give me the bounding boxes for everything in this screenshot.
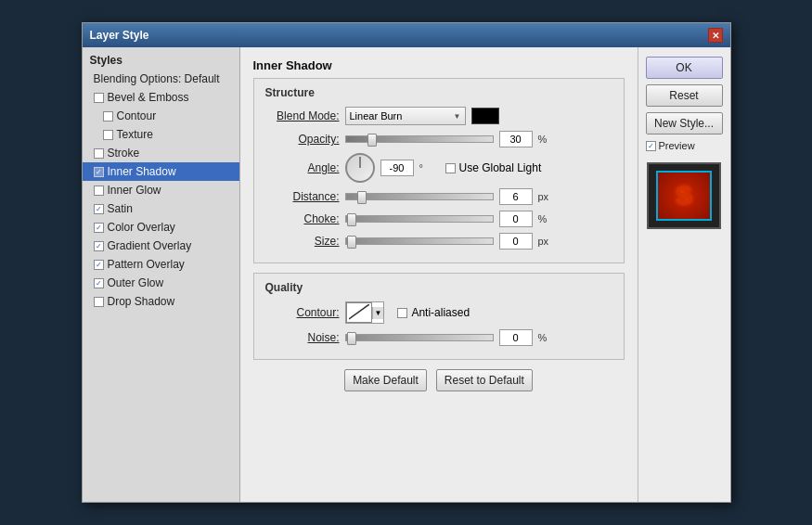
gradient-overlay-checkbox[interactable]: ✓ bbox=[94, 241, 104, 251]
texture-checkbox[interactable] bbox=[103, 130, 113, 140]
angle-dial[interactable] bbox=[345, 153, 375, 183]
size-row: Size: px bbox=[265, 233, 612, 250]
preview-checkbox[interactable]: ✓ bbox=[646, 141, 656, 151]
angle-label: Angle: bbox=[265, 161, 340, 174]
choke-slider[interactable] bbox=[345, 215, 494, 223]
contour-arrow-icon[interactable]: ▼ bbox=[372, 307, 384, 319]
choke-row: Choke: % bbox=[265, 211, 612, 227]
noise-input[interactable] bbox=[499, 329, 533, 346]
sidebar: Styles Blending Options: Default Bevel &… bbox=[83, 47, 240, 502]
blend-mode-label: Blend Mode: bbox=[265, 109, 340, 122]
size-input[interactable] bbox=[499, 233, 533, 250]
section-title: Inner Shadow bbox=[253, 58, 625, 72]
sidebar-item-inner-shadow[interactable]: ✓ Inner Shadow bbox=[83, 162, 239, 181]
anti-alias-checkbox[interactable] bbox=[397, 308, 407, 318]
choke-slider-thumb[interactable] bbox=[347, 213, 356, 226]
sidebar-item-satin[interactable]: ✓ Satin bbox=[83, 199, 239, 218]
ok-button[interactable]: OK bbox=[646, 57, 723, 79]
layer-style-dialog: Layer Style ✕ Styles Blending Options: D… bbox=[82, 22, 731, 503]
opacity-slider-thumb[interactable] bbox=[367, 134, 377, 147]
blend-mode-row: Blend Mode: Linear Burn ▼ bbox=[265, 107, 612, 125]
dialog-title: Layer Style bbox=[90, 29, 149, 42]
sidebar-styles-header[interactable]: Styles bbox=[83, 51, 239, 70]
sidebar-item-gradient-overlay[interactable]: ✓ Gradient Overlay bbox=[83, 237, 239, 255]
use-global-light-label: Use Global Light bbox=[459, 161, 542, 174]
bevel-emboss-checkbox[interactable] bbox=[94, 93, 104, 103]
sidebar-item-contour[interactable]: Contour bbox=[83, 107, 239, 125]
angle-row: Angle: ° Use Global Light bbox=[265, 153, 612, 183]
shadow-color-swatch[interactable] bbox=[471, 108, 499, 124]
drop-shadow-checkbox[interactable] bbox=[94, 297, 104, 307]
choke-label: Choke: bbox=[265, 212, 340, 225]
noise-slider-thumb[interactable] bbox=[347, 332, 356, 345]
noise-unit: % bbox=[538, 332, 553, 343]
contour-checkbox[interactable] bbox=[103, 111, 113, 122]
distance-label: Distance: bbox=[265, 190, 340, 203]
dialog-body: Styles Blending Options: Default Bevel &… bbox=[83, 47, 730, 502]
blend-mode-select[interactable]: Linear Burn ▼ bbox=[345, 107, 466, 125]
quality-header: Quality bbox=[265, 281, 612, 294]
stroke-checkbox[interactable] bbox=[94, 148, 104, 159]
sidebar-item-stroke[interactable]: Stroke bbox=[83, 144, 239, 162]
sidebar-item-blending-options[interactable]: Blending Options: Default bbox=[83, 70, 239, 88]
distance-slider-thumb[interactable] bbox=[357, 191, 367, 204]
quality-panel: Quality Contour: ▼ Anti-alia bbox=[253, 273, 625, 360]
title-bar: Layer Style ✕ bbox=[83, 23, 730, 47]
use-global-light-checkbox[interactable] bbox=[445, 163, 456, 173]
distance-row: Distance: px bbox=[265, 188, 612, 205]
preview-box: S bbox=[647, 162, 721, 229]
outer-glow-checkbox[interactable]: ✓ bbox=[94, 278, 104, 288]
global-light-row: Use Global Light bbox=[445, 161, 542, 174]
anti-alias-label: Anti-aliased bbox=[411, 306, 470, 319]
distance-unit: px bbox=[538, 191, 553, 202]
size-slider[interactable] bbox=[345, 237, 494, 245]
sidebar-item-bevel-emboss[interactable]: Bevel & Emboss bbox=[83, 88, 239, 107]
choke-input[interactable] bbox=[499, 211, 533, 227]
sidebar-item-inner-glow[interactable]: Inner Glow bbox=[83, 181, 239, 199]
preview-label-text: Preview bbox=[659, 140, 695, 151]
choke-unit: % bbox=[538, 213, 553, 224]
right-panel: OK Reset New Style... ✓ Preview S bbox=[638, 47, 730, 502]
size-label: Size: bbox=[265, 235, 340, 248]
preview-image: S bbox=[656, 171, 712, 221]
noise-row: Noise: % bbox=[265, 329, 612, 346]
noise-label: Noise: bbox=[265, 331, 340, 344]
structure-panel: Structure Blend Mode: Linear Burn ▼ Opac… bbox=[253, 78, 625, 263]
contour-thumbnail bbox=[346, 302, 372, 323]
bottom-buttons: Make Default Reset to Default bbox=[253, 369, 625, 391]
reset-to-default-button[interactable]: Reset to Default bbox=[436, 369, 533, 391]
contour-curve-icon bbox=[349, 304, 369, 321]
inner-shadow-checkbox[interactable]: ✓ bbox=[94, 167, 104, 177]
make-default-button[interactable]: Make Default bbox=[344, 369, 427, 391]
opacity-slider[interactable] bbox=[345, 135, 494, 143]
size-slider-thumb[interactable] bbox=[347, 236, 356, 249]
anti-alias-row: Anti-aliased bbox=[397, 306, 470, 319]
sidebar-item-drop-shadow[interactable]: Drop Shadow bbox=[83, 292, 239, 311]
distance-slider[interactable] bbox=[345, 193, 494, 200]
satin-checkbox[interactable]: ✓ bbox=[94, 204, 104, 214]
opacity-row: Opacity: % bbox=[265, 131, 612, 147]
close-button[interactable]: ✕ bbox=[708, 28, 723, 43]
sidebar-item-outer-glow[interactable]: ✓ Outer Glow bbox=[83, 274, 239, 292]
structure-header: Structure bbox=[265, 86, 612, 99]
noise-slider[interactable] bbox=[345, 334, 494, 341]
preview-row: ✓ Preview bbox=[646, 140, 723, 151]
new-style-button[interactable]: New Style... bbox=[646, 112, 723, 134]
angle-input[interactable] bbox=[380, 160, 414, 176]
pattern-overlay-checkbox[interactable]: ✓ bbox=[94, 260, 104, 270]
color-overlay-checkbox[interactable]: ✓ bbox=[94, 223, 104, 233]
reset-button[interactable]: Reset bbox=[646, 84, 723, 107]
contour-row: Contour: ▼ Anti-aliased bbox=[265, 301, 612, 324]
distance-input[interactable] bbox=[499, 188, 533, 205]
sidebar-item-texture[interactable]: Texture bbox=[83, 125, 239, 144]
sidebar-item-pattern-overlay[interactable]: ✓ Pattern Overlay bbox=[83, 255, 239, 274]
contour-label: Contour: bbox=[265, 306, 340, 319]
blend-mode-arrow-icon: ▼ bbox=[454, 112, 461, 121]
opacity-input[interactable] bbox=[499, 131, 533, 147]
angle-unit: ° bbox=[419, 162, 434, 173]
inner-glow-checkbox[interactable] bbox=[94, 186, 104, 196]
size-unit: px bbox=[538, 236, 553, 247]
sidebar-item-color-overlay[interactable]: ✓ Color Overlay bbox=[83, 218, 239, 237]
opacity-label: Opacity: bbox=[265, 133, 340, 146]
contour-select[interactable]: ▼ bbox=[345, 301, 385, 324]
